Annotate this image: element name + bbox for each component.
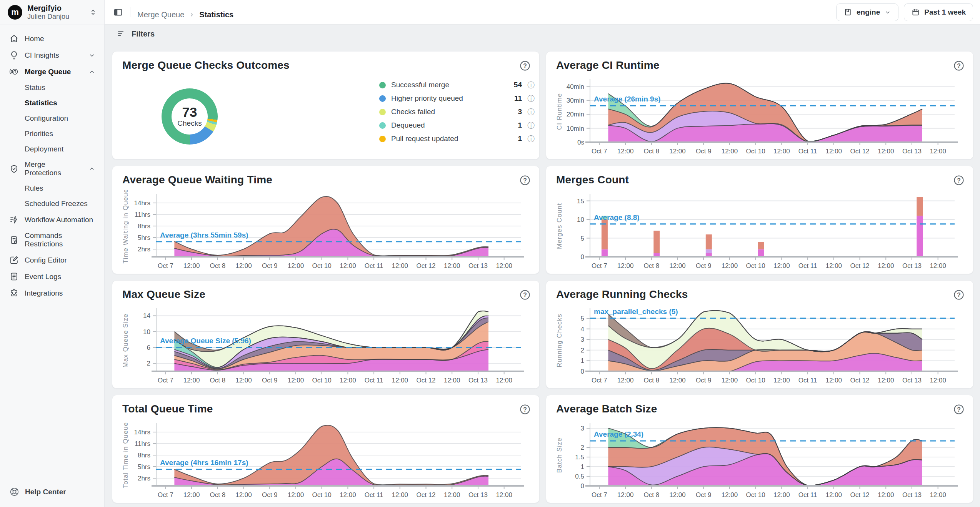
sidebar-item-priorities[interactable]: Priorities bbox=[0, 126, 104, 141]
svg-text:15: 15 bbox=[577, 198, 584, 205]
sidebar-item-home[interactable]: Home bbox=[0, 30, 104, 47]
legend-item-higher-priority-queued[interactable]: Higher priority queued11ⓘ bbox=[379, 94, 535, 103]
svg-text:14: 14 bbox=[143, 312, 150, 319]
sidebar-item-event-logs[interactable]: Event Logs bbox=[0, 268, 104, 285]
info-icon[interactable]: ⓘ bbox=[527, 135, 535, 143]
svg-text:Batch Size: Batch Size bbox=[556, 437, 563, 473]
svg-text:Oct 12: Oct 12 bbox=[416, 377, 435, 384]
svg-text:Oct 8: Oct 8 bbox=[210, 262, 225, 269]
filters-bar[interactable]: Filters bbox=[105, 25, 980, 43]
help-icon[interactable]: ? bbox=[519, 404, 531, 415]
help-icon[interactable]: ? bbox=[519, 289, 531, 301]
sidebar-item-merge-queue[interactable]: Merge Queue bbox=[0, 63, 104, 80]
chart-total_queue_time: 2hrs5hrs8hrs11hrs14hrsTotal Time in Queu… bbox=[118, 419, 534, 500]
legend-item-successful-merge[interactable]: Successful merge54ⓘ bbox=[379, 81, 535, 89]
integrations-icon bbox=[9, 288, 19, 298]
svg-text:12:00: 12:00 bbox=[722, 377, 738, 384]
svg-text:Oct 8: Oct 8 bbox=[210, 377, 225, 384]
date-range-button[interactable]: Past 1 week bbox=[904, 3, 973, 21]
sidebar-item-statistics[interactable]: Statistics bbox=[0, 95, 104, 111]
org-switcher-chevrons-icon[interactable] bbox=[89, 8, 97, 17]
svg-text:0: 0 bbox=[581, 482, 584, 490]
sidebar-item-merge-protections[interactable]: Merge Protections bbox=[0, 157, 104, 181]
svg-text:12:00: 12:00 bbox=[392, 377, 408, 384]
legend-item-checks-failed[interactable]: Checks failed3ⓘ bbox=[379, 108, 535, 116]
legend-item-dequeued[interactable]: Dequeued1ⓘ bbox=[379, 121, 535, 130]
help-icon[interactable]: ? bbox=[953, 404, 965, 415]
sidebar-item-deployment[interactable]: Deployment bbox=[0, 141, 104, 157]
svg-text:2hrs: 2hrs bbox=[138, 475, 150, 482]
help-icon[interactable]: ? bbox=[953, 60, 965, 71]
sidebar-item-status[interactable]: Status bbox=[0, 80, 104, 95]
shield-check-icon bbox=[9, 164, 19, 174]
svg-text:3: 3 bbox=[581, 425, 584, 432]
svg-text:Oct 7: Oct 7 bbox=[592, 262, 607, 269]
chart-area-average_running_checks: 012345Running ChecksOct 712:00Oct 812:00… bbox=[552, 304, 968, 385]
info-icon[interactable]: ⓘ bbox=[527, 81, 535, 89]
svg-text:Average (8.8): Average (8.8) bbox=[594, 213, 640, 221]
repo-selector-button[interactable]: engine bbox=[836, 3, 898, 21]
svg-text:1.5: 1.5 bbox=[575, 454, 584, 461]
help-center-link[interactable]: Help Center bbox=[0, 479, 104, 507]
svg-text:Oct 9: Oct 9 bbox=[696, 377, 712, 384]
legend-label: Dequeued bbox=[391, 121, 425, 130]
svg-text:Oct 10: Oct 10 bbox=[746, 491, 765, 499]
dashboard-grid: Merge Queue Checks Outcomes?73ChecksSucc… bbox=[112, 51, 973, 503]
svg-text:12:00: 12:00 bbox=[617, 148, 634, 155]
sidebar-item-commands-restrictions[interactable]: Commands Restrictions bbox=[0, 228, 104, 252]
svg-text:Oct 9: Oct 9 bbox=[262, 491, 278, 499]
filters-icon bbox=[117, 29, 126, 38]
legend-dot bbox=[379, 109, 386, 115]
sidebar-item-config-editor[interactable]: Config Editor bbox=[0, 252, 104, 268]
panel-title: Average CI Runtime bbox=[556, 59, 660, 71]
sidebar-item-configuration[interactable]: Configuration bbox=[0, 111, 104, 126]
sidebar-item-integrations[interactable]: Integrations bbox=[0, 285, 104, 301]
topbar: Merge Queue Statistics engine bbox=[105, 0, 980, 25]
info-icon[interactable]: ⓘ bbox=[527, 95, 535, 102]
chevron-down-icon[interactable] bbox=[88, 52, 96, 59]
sidebar-item-workflow-automation[interactable]: Workflow Automation bbox=[0, 211, 104, 228]
svg-text:Oct 8: Oct 8 bbox=[643, 262, 659, 269]
main-area: Merge Queue Statistics engine bbox=[105, 0, 980, 507]
svg-text:2: 2 bbox=[147, 360, 150, 367]
svg-text:Total Time in Queue: Total Time in Queue bbox=[122, 422, 129, 488]
svg-text:12:00: 12:00 bbox=[722, 491, 738, 499]
svg-text:Average (4hrs 16min 17s): Average (4hrs 16min 17s) bbox=[160, 459, 248, 467]
svg-text:12:00: 12:00 bbox=[773, 377, 790, 384]
svg-text:12:00: 12:00 bbox=[340, 262, 356, 269]
chart-merges_count: 051015Merges CountOct 712:00Oct 812:00Oc… bbox=[552, 190, 968, 271]
org-switcher[interactable]: m Mergifyio Julien Danjou bbox=[0, 0, 104, 25]
panel-toggle-icon[interactable] bbox=[113, 7, 123, 17]
repo-selector-label: engine bbox=[857, 8, 880, 17]
svg-text:12:00: 12:00 bbox=[617, 262, 634, 269]
svg-text:1: 1 bbox=[581, 357, 584, 364]
svg-text:Oct 7: Oct 7 bbox=[592, 377, 607, 384]
svg-text:12:00: 12:00 bbox=[773, 491, 790, 499]
info-icon[interactable]: ⓘ bbox=[527, 122, 535, 129]
svg-text:Oct 11: Oct 11 bbox=[798, 262, 817, 269]
legend-value: 3 bbox=[518, 108, 522, 116]
sidebar-item-rules[interactable]: Rules bbox=[0, 181, 104, 196]
help-icon[interactable]: ? bbox=[953, 175, 965, 186]
sidebar-item-scheduled-freezes[interactable]: Scheduled Freezes bbox=[0, 196, 104, 211]
svg-text:10: 10 bbox=[143, 328, 150, 336]
svg-text:20min: 20min bbox=[567, 111, 584, 118]
help-icon[interactable]: ? bbox=[519, 60, 531, 71]
panel-merges-count: Merges Count?051015Merges CountOct 712:0… bbox=[546, 166, 973, 274]
legend-item-pull-request-updated[interactable]: Pull request updated1ⓘ bbox=[379, 135, 535, 143]
legend-value: 1 bbox=[518, 121, 522, 130]
svg-text:Oct 13: Oct 13 bbox=[902, 262, 922, 269]
info-icon[interactable]: ⓘ bbox=[527, 108, 535, 116]
panel-title: Merges Count bbox=[556, 174, 629, 186]
breadcrumb-merge-queue[interactable]: Merge Queue bbox=[137, 10, 184, 19]
sidebar-item-ci-insights[interactable]: CI Insights bbox=[0, 47, 104, 63]
legend-label: Pull request updated bbox=[391, 135, 458, 143]
sidebar-item-label: Event Logs bbox=[25, 273, 61, 281]
svg-text:Oct 11: Oct 11 bbox=[365, 262, 383, 269]
help-icon[interactable]: ? bbox=[519, 175, 531, 186]
chevron-up-icon[interactable] bbox=[88, 165, 96, 173]
chevron-up-icon[interactable] bbox=[88, 68, 96, 76]
svg-text:5: 5 bbox=[581, 315, 584, 322]
svg-text:Oct 11: Oct 11 bbox=[365, 491, 383, 499]
help-icon[interactable]: ? bbox=[953, 289, 965, 301]
